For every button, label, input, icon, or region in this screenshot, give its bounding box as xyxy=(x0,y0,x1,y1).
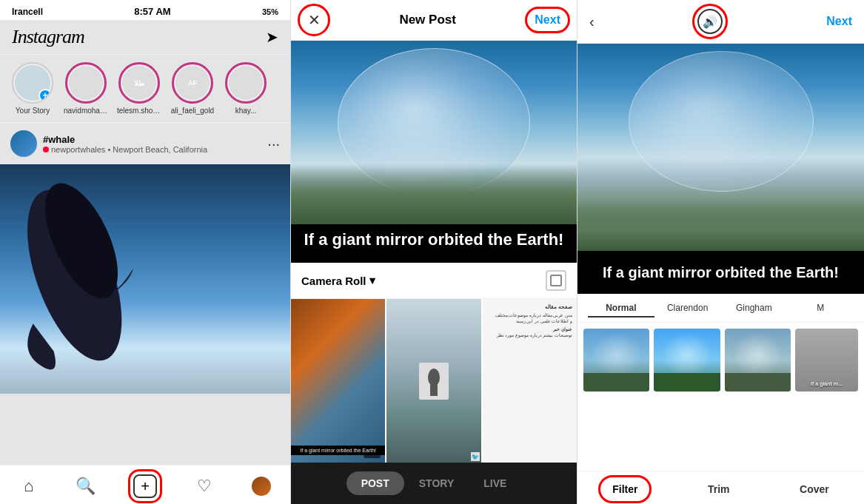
add-icon: + xyxy=(141,478,150,495)
svg-rect-3 xyxy=(430,385,438,396)
time-display: 8:57 AM xyxy=(134,6,170,17)
filter-label-more[interactable]: M xyxy=(787,303,854,317)
carrier-text: Irancell xyxy=(12,7,43,17)
new-post-header: ✕ New Post Next xyxy=(291,0,577,41)
filter-header: ‹ 🔊 Next xyxy=(577,0,864,44)
post-location: newportwhales • Newport Beach, Californi… xyxy=(51,145,207,154)
post-type-tabs: POST STORY LIVE xyxy=(291,463,577,504)
story-item-5[interactable]: khay... xyxy=(224,62,268,115)
more-options-icon[interactable]: ··· xyxy=(267,135,280,152)
filter-thumb-clarendon[interactable]: If a giant mirror orbited the Earth! xyxy=(654,329,720,392)
story-label-4: ali_faeli_gold xyxy=(171,107,214,115)
filter-thumb-extra[interactable]: If a giant m... xyxy=(795,329,858,392)
filter-thumb-gingham[interactable]: If a giant mirror orbited the Earth! xyxy=(725,329,791,392)
filter-panel: ‹ 🔊 Next If a giant mirror orbited the E… xyxy=(577,0,864,504)
story-item-2[interactable]: navidmoham... xyxy=(64,62,108,115)
back-button[interactable]: ‹ xyxy=(589,13,595,30)
story-avatar-4[interactable]: AF xyxy=(172,62,213,104)
story-label-3: telesm.shod... xyxy=(117,107,161,115)
caption-text: If a giant mirror orbited the Earth! xyxy=(304,230,564,249)
grid-cell-1[interactable]: 0:54 If a giant mirror orbited the Earth… xyxy=(291,299,385,463)
extra-thumb-caption: If a giant m... xyxy=(809,380,844,389)
live-tab[interactable]: LIVE xyxy=(469,471,521,495)
multi-select-icon[interactable] xyxy=(546,270,566,291)
filter-label-clarendon[interactable]: Clarendon xyxy=(654,303,721,317)
heart-icon[interactable]: ♡ xyxy=(195,477,214,496)
filter-thumb-normal[interactable]: If a giant mirror orbited the Earth! xyxy=(583,329,649,392)
new-post-preview: If a giant mirror orbited the Earth! xyxy=(291,41,577,263)
filter-caption: If a giant mirror orbited the Earth! xyxy=(577,251,864,294)
your-story-label: Your Story xyxy=(16,107,50,115)
bottom-nav: ⌂ 🔍 + ♡ xyxy=(0,465,290,504)
svg-point-2 xyxy=(428,369,440,386)
story-tab[interactable]: STORY xyxy=(404,471,469,495)
post-user-avatar xyxy=(10,130,37,157)
status-icons: 35% xyxy=(262,7,278,16)
post-tab[interactable]: POST xyxy=(346,471,404,495)
add-post-button[interactable]: + xyxy=(133,474,157,498)
post-user-info: #whale newportwhales • Newport Beach, Ca… xyxy=(10,130,207,157)
story-avatar-5[interactable] xyxy=(225,62,267,104)
grid-cell-3[interactable]: صفحه مقاله متن عربی مقاله درباره موضوعات… xyxy=(483,299,577,463)
filter-label-gingham[interactable]: Gingham xyxy=(721,303,788,317)
filter-thumbnails-row: If a giant mirror orbited the Earth! If … xyxy=(577,323,864,397)
your-story-avatar[interactable]: + xyxy=(12,62,53,104)
grid-cell-2[interactable]: 🐦 xyxy=(386,299,480,463)
instagram-header: Instagram ➤ xyxy=(0,20,290,55)
filter-bottom-tabs: Filter Trim Cover xyxy=(577,471,864,504)
trim-tab[interactable]: Trim xyxy=(699,480,739,498)
post-header: #whale newportwhales • Newport Beach, Ca… xyxy=(0,123,290,164)
profile-avatar[interactable] xyxy=(252,477,271,496)
cover-tab[interactable]: Cover xyxy=(791,480,838,498)
story-item-4[interactable]: AF ali_faeli_gold xyxy=(170,62,215,115)
new-post-panel: ✕ New Post Next If a giant mirror orbite… xyxy=(291,0,577,504)
instagram-feed-panel: Irancell 8:57 AM 35% Instagram ➤ + Your … xyxy=(0,0,291,504)
photo-grid: 0:54 If a giant mirror orbited the Earth… xyxy=(291,299,577,463)
search-icon[interactable]: 🔍 xyxy=(76,477,96,496)
post-image[interactable] xyxy=(0,164,290,394)
filter-preview xyxy=(577,44,864,251)
story-avatar-2[interactable] xyxy=(65,62,107,104)
add-story-badge: + xyxy=(38,89,52,102)
status-bar: Irancell 8:57 AM 35% xyxy=(0,0,290,20)
new-post-caption: If a giant mirror orbited the Earth! xyxy=(291,218,577,263)
stories-row: + Your Story navidmoham... طلا telesm.sh… xyxy=(0,55,290,123)
send-icon[interactable]: ➤ xyxy=(266,28,278,46)
sound-icon: 🔊 xyxy=(703,15,717,29)
sound-button[interactable]: 🔊 xyxy=(697,9,723,34)
filter-label-normal[interactable]: Normal xyxy=(588,303,654,317)
mirror-visual xyxy=(629,51,814,192)
new-post-title: New Post xyxy=(399,13,456,27)
post-username[interactable]: #whale xyxy=(43,134,207,145)
story-item-your-story[interactable]: + Your Story xyxy=(10,62,55,115)
chevron-down-icon: ▾ xyxy=(369,274,375,287)
filter-caption-text: If a giant mirror orbited the Earth! xyxy=(603,264,839,280)
filter-labels-row: Normal Clarendon Gingham M xyxy=(577,294,864,323)
camera-roll-selector[interactable]: Camera Roll ▾ xyxy=(291,263,577,299)
close-icon: ✕ xyxy=(308,11,321,29)
instagram-logo: Instagram xyxy=(12,26,84,48)
next-button[interactable]: Next xyxy=(530,12,565,28)
close-button[interactable]: ✕ xyxy=(303,9,325,31)
story-label-2: navidmoham... xyxy=(64,107,108,115)
filter-tab[interactable]: Filter xyxy=(603,480,646,498)
camera-roll-label: Camera Roll ▾ xyxy=(301,274,375,287)
story-avatar-3[interactable]: طلا xyxy=(118,62,160,104)
cell-caption: If a giant mirror orbited the Earth! xyxy=(291,446,385,455)
story-label-5: khay... xyxy=(235,107,257,115)
battery-icon: 35% xyxy=(262,7,278,16)
home-icon[interactable]: ⌂ xyxy=(19,477,38,496)
story-item-3[interactable]: طلا telesm.shod... xyxy=(117,62,161,115)
filter-next-button[interactable]: Next xyxy=(826,15,852,28)
location-dot xyxy=(43,147,49,152)
